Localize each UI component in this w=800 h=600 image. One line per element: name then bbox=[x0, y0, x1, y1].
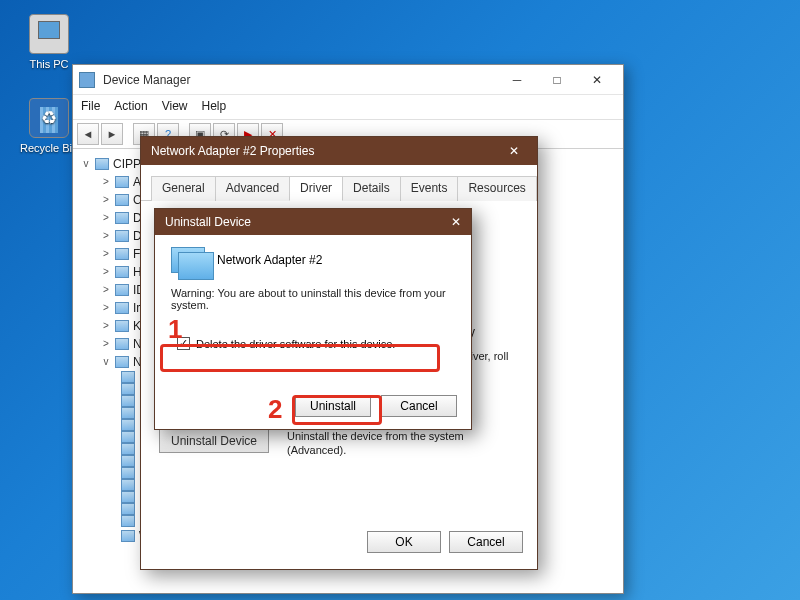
tab-driver[interactable]: Driver bbox=[289, 176, 343, 201]
row-uninstall: Uninstall Device Uninstall the device fr… bbox=[159, 429, 519, 457]
network-adapter-icon bbox=[121, 530, 135, 542]
device-category-icon bbox=[115, 176, 129, 188]
menubar: File Action View Help bbox=[73, 95, 623, 120]
tab-events[interactable]: Events bbox=[400, 176, 459, 201]
network-adapter-icon bbox=[121, 407, 135, 419]
network-adapter-icon bbox=[121, 419, 135, 431]
network-adapter-icon bbox=[121, 383, 135, 395]
network-adapter-icon bbox=[121, 479, 135, 491]
network-adapter-icon bbox=[121, 491, 135, 503]
tab-general[interactable]: General bbox=[151, 176, 216, 201]
network-adapter-icon bbox=[121, 467, 135, 479]
uninstall-device-button[interactable]: Uninstall Device bbox=[159, 429, 269, 453]
network-adapter-icon bbox=[121, 503, 135, 515]
delete-driver-checkbox-row[interactable]: ✓ Delete the driver software for this de… bbox=[171, 333, 455, 354]
recycle-bin-icon bbox=[29, 98, 69, 138]
app-icon bbox=[79, 72, 95, 88]
uninstall-device-dialog: Uninstall Device ✕ Network Adapter #2 Wa… bbox=[154, 208, 472, 430]
device-category-icon bbox=[115, 194, 129, 206]
device-category-icon bbox=[115, 302, 129, 314]
menu-view[interactable]: View bbox=[162, 99, 188, 113]
titlebar[interactable]: Device Manager ─ □ ✕ bbox=[73, 65, 623, 95]
minimize-button[interactable]: ─ bbox=[497, 66, 537, 94]
device-category-icon bbox=[115, 320, 129, 332]
device-category-icon bbox=[115, 356, 129, 368]
properties-tabs: GeneralAdvancedDriverDetailsEventsResour… bbox=[141, 165, 537, 201]
network-adapter-icon bbox=[121, 371, 135, 383]
properties-titlebar[interactable]: Network Adapter #2 Properties ✕ bbox=[141, 137, 537, 165]
close-button[interactable]: ✕ bbox=[577, 66, 617, 94]
uninstall-warning: Warning: You are about to uninstall this… bbox=[171, 287, 455, 311]
ok-button[interactable]: OK bbox=[367, 531, 441, 553]
uninstall-confirm-button[interactable]: Uninstall bbox=[295, 395, 371, 417]
device-category-icon bbox=[115, 212, 129, 224]
device-category-icon bbox=[115, 284, 129, 296]
menu-help[interactable]: Help bbox=[202, 99, 227, 113]
toolbar-fwd[interactable]: ► bbox=[101, 123, 123, 145]
checkbox-icon[interactable]: ✓ bbox=[177, 337, 190, 350]
device-category-icon bbox=[115, 230, 129, 242]
network-adapter-icon bbox=[121, 455, 135, 467]
device-category-icon bbox=[115, 248, 129, 260]
tab-details[interactable]: Details bbox=[342, 176, 401, 201]
close-icon[interactable]: ✕ bbox=[501, 140, 527, 162]
close-icon[interactable]: ✕ bbox=[451, 215, 461, 229]
device-category-icon bbox=[115, 266, 129, 278]
network-adapter-icon bbox=[121, 395, 135, 407]
network-adapter-icon bbox=[121, 431, 135, 443]
network-adapter-icon bbox=[121, 443, 135, 455]
computer-icon bbox=[95, 158, 109, 170]
cancel-button[interactable]: Cancel bbox=[449, 531, 523, 553]
uninstall-title: Uninstall Device bbox=[165, 215, 451, 229]
tab-resources[interactable]: Resources bbox=[457, 176, 536, 201]
uninstall-titlebar[interactable]: Uninstall Device ✕ bbox=[155, 209, 471, 235]
menu-file[interactable]: File bbox=[81, 99, 100, 113]
maximize-button[interactable]: □ bbox=[537, 66, 577, 94]
pc-icon bbox=[29, 14, 69, 54]
desktop-icon-this-pc[interactable]: This PC bbox=[14, 14, 84, 70]
uninstall-cancel-button[interactable]: Cancel bbox=[381, 395, 457, 417]
network-adapter-icon bbox=[121, 515, 135, 527]
window-title: Device Manager bbox=[103, 73, 497, 87]
tab-advanced[interactable]: Advanced bbox=[215, 176, 290, 201]
device-header: Network Adapter #2 bbox=[171, 247, 455, 273]
checkbox-label: Delete the driver software for this devi… bbox=[196, 338, 395, 350]
toolbar-back[interactable]: ◄ bbox=[77, 123, 99, 145]
menu-action[interactable]: Action bbox=[114, 99, 147, 113]
properties-title: Network Adapter #2 Properties bbox=[151, 144, 501, 158]
device-category-icon bbox=[115, 338, 129, 350]
device-name: Network Adapter #2 bbox=[217, 253, 322, 267]
network-adapter-icon bbox=[171, 247, 205, 273]
